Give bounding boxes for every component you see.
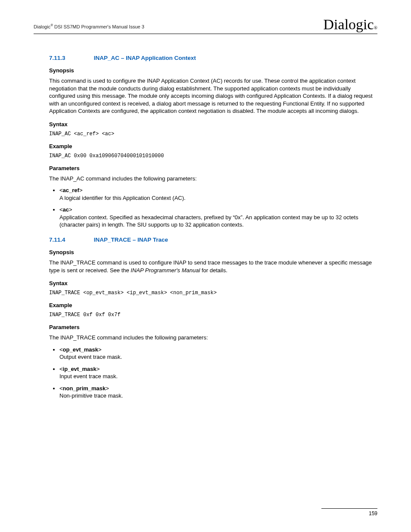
- page-number: 159: [321, 508, 377, 516]
- parameters-label: Parameters: [49, 165, 377, 171]
- param-desc: Application context. Specified as hexade…: [59, 214, 358, 228]
- param-desc: A logical identifier for this Applicatio…: [59, 195, 186, 201]
- parameters-list: <ac_ref> A logical identifier for this A…: [49, 187, 377, 229]
- brand-logo: Dialogic®: [324, 17, 377, 33]
- section-title: INAP_AC – INAP Application Context: [94, 55, 196, 61]
- param-name: ip_evt_mask: [63, 366, 97, 372]
- header-brand: Dialogic: [34, 24, 50, 29]
- param-desc: Input event trace mask.: [59, 373, 118, 380]
- syntax-code: INAP_AC <ac_ref> <ac>: [49, 131, 377, 137]
- param-name: ac: [63, 206, 69, 213]
- parameters-intro: The INAP_TRACE command includes the foll…: [49, 334, 377, 342]
- example-label: Example: [49, 302, 377, 308]
- example-label: Example: [49, 143, 377, 149]
- synopsis-label: Synopsis: [49, 249, 377, 255]
- synopsis-post: for details.: [200, 267, 227, 274]
- logo-text: Dialogic: [324, 16, 374, 32]
- list-item: <ip_evt_mask> Input event trace mask.: [59, 365, 377, 380]
- synopsis-text: This command is used to configure the IN…: [49, 77, 377, 115]
- list-item: <op_evt_mask> Output event trace mask.: [59, 346, 377, 361]
- section-number: 7.11.3: [49, 55, 92, 61]
- example-code: INAP_TRACE 0xf 0xf 0x7f: [49, 312, 377, 318]
- page-header: Dialogic® DSI SS7MD Programmer's Manual …: [34, 17, 377, 34]
- param-desc: Non-primitive trace mask.: [59, 392, 123, 399]
- list-item: <ac> Application context. Specified as h…: [59, 206, 377, 229]
- list-item: <non_prim_mask> Non-primitive trace mask…: [59, 385, 377, 400]
- header-title: DSI SS7MD Programmer's Manual Issue 3: [53, 24, 144, 29]
- section-heading-inap-ac: 7.11.3 INAP_AC – INAP Application Contex…: [49, 55, 377, 61]
- synopsis-italic: INAP Programmer's Manual: [131, 267, 200, 274]
- syntax-code: INAP_TRACE <op_evt_mask> <ip_evt_mask> <…: [49, 290, 377, 296]
- header-left: Dialogic® DSI SS7MD Programmer's Manual …: [34, 23, 144, 33]
- param-name: non_prim_mask: [63, 385, 106, 392]
- syntax-label: Syntax: [49, 121, 377, 128]
- synopsis-label: Synopsis: [49, 67, 377, 74]
- param-name: ac_ref: [63, 187, 79, 193]
- list-item: <ac_ref> A logical identifier for this A…: [59, 187, 377, 202]
- section-number: 7.11.4: [49, 236, 92, 243]
- section-heading-inap-trace: 7.11.4 INAP_TRACE – INAP Trace: [49, 236, 377, 243]
- logo-reg: ®: [374, 25, 377, 30]
- parameters-list: <op_evt_mask> Output event trace mask. <…: [49, 346, 377, 400]
- parameters-intro: The INAP_AC command includes the followi…: [49, 175, 377, 183]
- section-title: INAP_TRACE – INAP Trace: [94, 236, 168, 243]
- example-code: INAP_AC 0x00 0xa109060704000101010000: [49, 153, 377, 159]
- param-desc: Output event trace mask.: [59, 354, 122, 360]
- syntax-label: Syntax: [49, 280, 377, 286]
- param-name: op_evt_mask: [63, 346, 98, 353]
- synopsis-text: The INAP_TRACE command is used to config…: [49, 259, 377, 274]
- parameters-label: Parameters: [49, 324, 377, 330]
